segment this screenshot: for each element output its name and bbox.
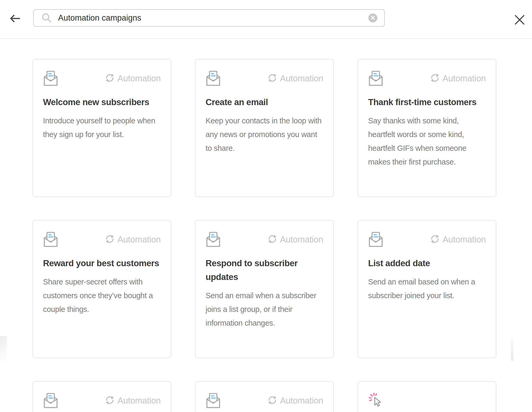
search-icon bbox=[42, 13, 52, 23]
close-button[interactable] bbox=[514, 14, 525, 25]
close-icon bbox=[514, 22, 525, 26]
automation-badge: Automation bbox=[105, 234, 161, 245]
top-bar bbox=[0, 0, 532, 39]
automation-badge: Automation bbox=[268, 395, 323, 406]
open-envelope-icon bbox=[43, 392, 58, 409]
automation-badge-label: Automation bbox=[443, 73, 486, 83]
card-description: Share super-secret offers with customers… bbox=[43, 275, 161, 316]
card-description: Introduce yourself to people when they s… bbox=[43, 114, 161, 141]
clear-search-button[interactable] bbox=[368, 13, 377, 22]
template-card[interactable]: Automation List added date Send an email… bbox=[358, 220, 496, 358]
card-header: Automation bbox=[206, 231, 323, 248]
click-cursor-icon bbox=[368, 392, 384, 409]
card-title: Reward your best customers bbox=[43, 256, 161, 270]
sync-arrows-icon bbox=[105, 73, 115, 84]
automation-badge-label: Automation bbox=[117, 235, 161, 245]
sync-arrows-icon bbox=[268, 395, 277, 406]
card-header: Automation bbox=[43, 392, 161, 409]
sync-arrows-icon bbox=[268, 234, 277, 245]
open-envelope-icon bbox=[43, 70, 58, 87]
automation-badge-label: Automation bbox=[280, 396, 323, 406]
automation-badge: Automation bbox=[105, 73, 161, 84]
template-card[interactable]: Automation Create an email Keep your con… bbox=[195, 59, 334, 197]
card-description: Say thanks with some kind, heartfelt wor… bbox=[368, 114, 486, 169]
automation-badge-label: Automation bbox=[443, 235, 486, 245]
sync-arrows-icon bbox=[430, 234, 440, 245]
automation-badge: Automation bbox=[430, 234, 486, 245]
card-header: Automation bbox=[43, 231, 161, 248]
card-description: Send an email when a subscriber joins a … bbox=[206, 289, 323, 330]
automation-badge-label: Automation bbox=[280, 73, 323, 83]
card-title: Thank first-time customers bbox=[368, 95, 486, 109]
open-envelope-icon bbox=[43, 231, 58, 248]
card-header: Automation bbox=[368, 231, 486, 248]
card-grid: Automation Welcome new subscribers Intro… bbox=[32, 59, 496, 412]
template-card[interactable] bbox=[358, 381, 496, 412]
template-card[interactable]: Automation Thank first-time customers Sa… bbox=[358, 59, 496, 197]
open-envelope-icon bbox=[368, 231, 383, 248]
card-description: Keep your contacts in the loop with any … bbox=[206, 114, 323, 155]
scrollbar-thumb[interactable] bbox=[511, 337, 513, 361]
card-header: Automation bbox=[43, 70, 161, 87]
card-header: Automation bbox=[368, 70, 486, 87]
template-card[interactable]: Automation Respond to subscriber updates… bbox=[195, 220, 334, 358]
automation-badge: Automation bbox=[268, 73, 323, 84]
open-envelope-icon bbox=[206, 70, 221, 87]
left-scroll-shadow bbox=[0, 336, 7, 361]
automation-badge: Automation bbox=[430, 73, 486, 84]
card-description: Send an email based on when a subscriber… bbox=[368, 275, 486, 302]
search-box bbox=[33, 9, 385, 27]
template-card[interactable]: Automation bbox=[195, 381, 334, 412]
sync-arrows-icon bbox=[430, 73, 440, 84]
automation-badge-label: Automation bbox=[117, 396, 161, 406]
card-title: Respond to subscriber updates bbox=[206, 256, 323, 284]
circle-x-icon bbox=[371, 16, 375, 21]
open-envelope-icon bbox=[206, 231, 221, 248]
sync-arrows-icon bbox=[105, 395, 115, 406]
open-envelope-icon bbox=[206, 392, 221, 409]
template-card[interactable]: Automation Welcome new subscribers Intro… bbox=[32, 59, 171, 197]
card-title: Welcome new subscribers bbox=[43, 95, 161, 109]
card-title: List added date bbox=[368, 256, 486, 270]
template-card[interactable]: Automation bbox=[32, 381, 171, 412]
sync-arrows-icon bbox=[268, 73, 277, 84]
sync-arrows-icon bbox=[105, 234, 115, 245]
card-title: Create an email bbox=[206, 95, 323, 109]
automation-badge: Automation bbox=[105, 395, 161, 406]
automation-badge: Automation bbox=[268, 234, 323, 245]
back-button[interactable] bbox=[9, 14, 21, 23]
automation-badge-label: Automation bbox=[117, 73, 161, 83]
campaign-template-picker: Automation Welcome new subscribers Intro… bbox=[0, 0, 532, 412]
search-input[interactable] bbox=[58, 10, 369, 26]
card-header bbox=[368, 392, 486, 409]
open-envelope-icon bbox=[368, 70, 383, 87]
template-card[interactable]: Automation Reward your best customers Sh… bbox=[32, 220, 171, 358]
card-header: Automation bbox=[206, 70, 323, 87]
automation-badge-label: Automation bbox=[280, 235, 323, 245]
arrow-left-icon bbox=[9, 20, 21, 24]
card-header: Automation bbox=[206, 392, 323, 409]
